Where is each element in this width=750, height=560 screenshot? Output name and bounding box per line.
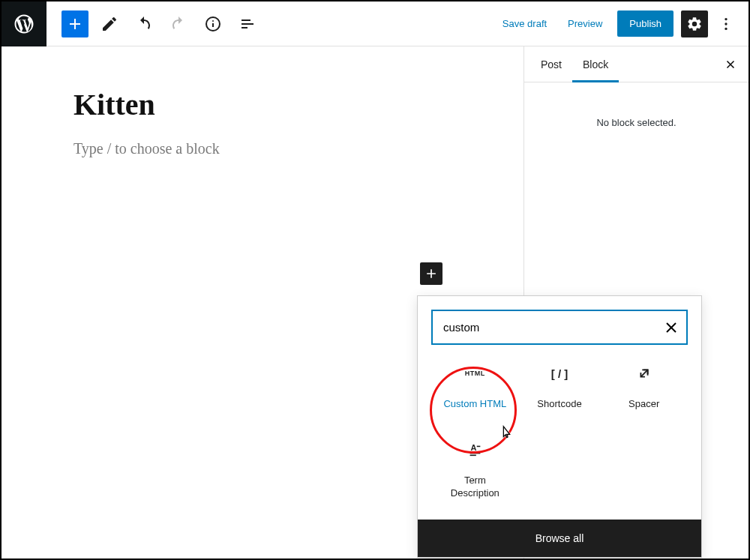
close-sidebar-icon[interactable] [718, 52, 742, 76]
more-options-icon[interactable] [712, 10, 740, 37]
publish-button[interactable]: Publish [617, 10, 674, 37]
spacer-icon [634, 363, 655, 384]
svg-point-2 [212, 20, 214, 22]
preview-button[interactable]: Preview [557, 12, 613, 35]
tile-label: Custom HTML [443, 397, 506, 411]
no-block-selected-msg: No block selected. [524, 82, 748, 163]
html-icon: HTML [464, 363, 485, 384]
block-tile-spacer[interactable]: Spacer [602, 358, 686, 415]
workspace: Kitten Type / to choose a block HTML Cus… [2, 46, 748, 559]
editor-toolbar: Save draft Preview Publish [2, 1, 748, 46]
outline-icon[interactable] [234, 10, 261, 37]
tab-block[interactable]: Block [572, 46, 619, 82]
svg-point-5 [724, 27, 727, 29]
add-block-button[interactable] [62, 10, 88, 37]
block-tile-term-description[interactable]: A Term Description [433, 435, 518, 505]
editor-canvas[interactable]: Kitten Type / to choose a block HTML Cus… [2, 46, 524, 559]
block-tile-shortcode[interactable]: [ / ] Shortcode [518, 358, 602, 415]
tile-label: Shortcode [537, 397, 581, 411]
settings-button[interactable] [681, 10, 708, 37]
shortcode-icon: [ / ] [549, 363, 570, 384]
tile-label: Spacer [628, 397, 659, 411]
browse-all-button[interactable]: Browse all [418, 520, 701, 557]
block-placeholder[interactable]: Type / to choose a block [74, 140, 452, 157]
block-tile-custom-html[interactable]: HTML Custom HTML [433, 358, 518, 415]
svg-line-8 [640, 370, 647, 376]
inline-inserter-toggle[interactable] [420, 262, 442, 285]
wordpress-logo[interactable] [2, 1, 46, 46]
svg-point-3 [724, 17, 727, 19]
tile-label: Term Description [445, 474, 505, 500]
save-draft-button[interactable]: Save draft [492, 12, 557, 35]
clear-search-icon[interactable] [662, 319, 680, 337]
post-title[interactable]: Kitten [74, 87, 452, 122]
redo-icon [165, 10, 192, 37]
info-icon[interactable] [200, 10, 226, 37]
sidebar-tabs: Post Block [524, 46, 748, 82]
inserter-results-grid: HTML Custom HTML [ / ] Shortcode Spacer … [418, 358, 701, 520]
inserter-search-input[interactable] [431, 310, 688, 345]
block-inserter-popover: HTML Custom HTML [ / ] Shortcode Spacer … [417, 295, 702, 558]
term-description-icon: A [464, 439, 485, 460]
tab-post[interactable]: Post [530, 46, 572, 82]
undo-icon[interactable] [130, 10, 158, 37]
inserter-search [431, 310, 688, 345]
edit-mode-icon[interactable] [96, 10, 123, 37]
svg-point-4 [724, 22, 727, 25]
svg-text:A: A [471, 442, 477, 451]
